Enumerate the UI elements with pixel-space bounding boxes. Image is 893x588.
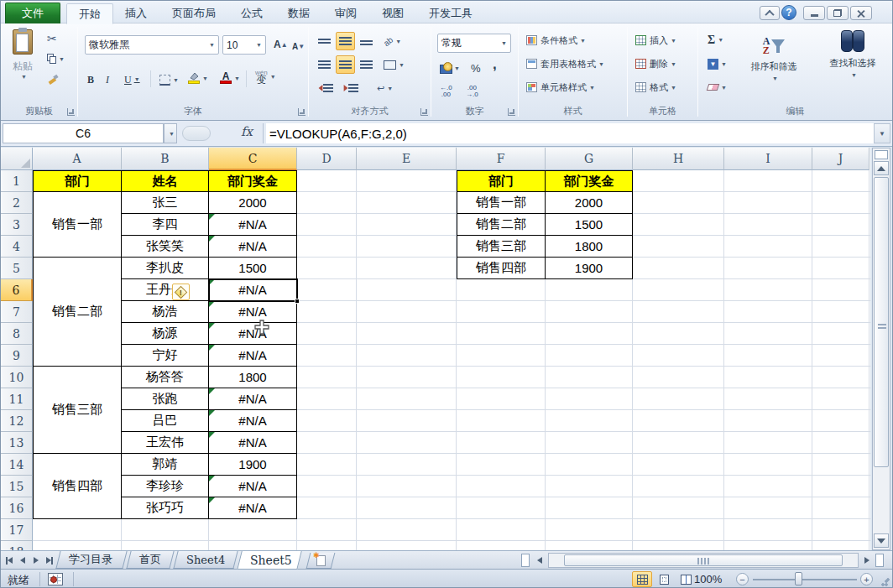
minimize-button[interactable] [803, 6, 825, 20]
font-name-combo[interactable]: 微软雅黑▼ [85, 35, 219, 55]
next-sheet-button[interactable] [29, 554, 42, 567]
row-header-11[interactable]: 11 [1, 388, 33, 410]
bonus-cell[interactable]: #N/A [209, 214, 297, 236]
copy-button[interactable]: ▼ [44, 49, 67, 68]
column-header-E[interactable]: E [357, 148, 457, 170]
name-cell[interactable]: 张笑笑 [122, 236, 209, 258]
row-header-17[interactable]: 17 [1, 519, 33, 541]
align-middle-button[interactable] [336, 32, 355, 50]
row-header-9[interactable]: 9 [1, 345, 33, 367]
font-size-combo[interactable]: 10▼ [222, 35, 266, 55]
shrink-font-button[interactable]: A▼ [290, 37, 307, 55]
bonus-cell[interactable]: #N/A [209, 476, 297, 497]
macro-record-icon[interactable] [48, 573, 63, 585]
horizontal-scroll-thumb[interactable] [564, 554, 843, 566]
name-cell[interactable]: 杨源 [122, 323, 209, 345]
phonetic-guide-button[interactable]: wén 变 ▼ [253, 67, 279, 86]
font-dialog-launcher[interactable] [298, 108, 306, 116]
name-cell[interactable]: 王丹丹 [122, 279, 209, 301]
bold-button[interactable]: B [85, 70, 97, 89]
delete-cells-button[interactable]: 删除 ▼ [633, 55, 679, 73]
name-cell[interactable]: 王宏伟 [122, 432, 209, 454]
row-header-4[interactable]: 4 [1, 236, 33, 258]
first-sheet-button[interactable] [3, 554, 15, 567]
name-cell[interactable]: 张三 [122, 192, 209, 214]
row-header-13[interactable]: 13 [1, 432, 33, 454]
decrease-indent-button[interactable] [316, 79, 336, 97]
align-left-button[interactable] [316, 55, 333, 74]
column-header-A[interactable]: A [33, 148, 122, 170]
increase-decimal-button[interactable]: ←.0.00 [437, 82, 455, 101]
dept-cell[interactable]: 销售二部 [33, 258, 122, 367]
column-header-B[interactable]: B [122, 148, 209, 170]
page-break-view-button[interactable] [676, 571, 696, 587]
name-cell[interactable]: 李扒皮 [122, 258, 209, 279]
row-header-8[interactable]: 8 [1, 323, 33, 345]
find-select-button[interactable]: 查找和选择 ▼ [816, 28, 890, 78]
name-cell[interactable]: 吕巴 [122, 410, 209, 432]
horizontal-scrollbar[interactable] [548, 553, 859, 568]
vertical-scroll-thumb[interactable] [874, 177, 889, 467]
name-cell[interactable]: 李珍珍 [122, 476, 209, 497]
bonus-cell[interactable]: #N/A [209, 345, 297, 367]
formula-input[interactable]: =VLOOKUP(A6,F:G,2,0) [266, 123, 874, 143]
lookup-cell[interactable]: 销售二部 [457, 214, 546, 236]
bonus-cell[interactable]: #N/A [209, 236, 297, 258]
cells-area[interactable]: 部门姓名部门奖金销售一部张三2000李四#N/A张笑笑#N/A销售二部李扒皮15… [33, 170, 870, 550]
wrap-text-button[interactable]: ↩ ▼ [374, 79, 395, 97]
column-header-C[interactable]: C [209, 148, 297, 170]
insert-function-button[interactable]: fx [241, 124, 253, 139]
bonus-cell[interactable]: #N/A [209, 301, 297, 323]
h-split-box[interactable] [875, 554, 884, 567]
merge-center-button[interactable]: ▼ [381, 55, 407, 74]
align-bottom-button[interactable] [358, 34, 375, 52]
row-header-14[interactable]: 14 [1, 454, 33, 476]
close-button[interactable] [850, 6, 872, 20]
header-cell[interactable]: 姓名 [122, 170, 209, 192]
bonus-cell[interactable]: #N/A [209, 432, 297, 454]
comma-style-button[interactable]: , [490, 55, 499, 74]
zoom-in-button[interactable]: + [860, 573, 873, 585]
orientation-button[interactable]: ab ▼ [381, 32, 404, 50]
row-header-7[interactable]: 7 [1, 301, 33, 323]
ribbon-tab-审阅[interactable]: 审阅 [323, 3, 368, 23]
column-header-D[interactable]: D [297, 148, 357, 170]
cut-button[interactable]: ✂ [44, 29, 60, 48]
row-header-15[interactable]: 15 [1, 476, 33, 497]
lookup-cell[interactable]: 销售一部 [457, 192, 546, 214]
autosum-button[interactable]: Σ▼ [705, 31, 726, 49]
row-header-2[interactable]: 2 [1, 192, 33, 214]
dept-cell[interactable]: 销售四部 [33, 454, 122, 519]
row-header-16[interactable]: 16 [1, 497, 33, 519]
scroll-up-button[interactable] [874, 161, 889, 175]
tab-split-box[interactable] [521, 554, 530, 567]
increase-indent-button[interactable] [341, 79, 361, 97]
zoom-slider-handle[interactable] [795, 572, 802, 585]
column-header-G[interactable]: G [546, 148, 633, 170]
conditional-formatting-button[interactable]: 条件格式 ▼ [524, 31, 588, 49]
name-cell[interactable]: 宁好 [122, 345, 209, 367]
name-cell[interactable]: 张巧巧 [122, 497, 209, 519]
format-cells-button[interactable]: 格式 ▼ [633, 78, 679, 96]
underline-button[interactable]: U▼ [122, 70, 143, 89]
bonus-cell[interactable]: #N/A [209, 388, 297, 410]
lookup-cell[interactable]: 2000 [546, 192, 633, 214]
ribbon-tab-页面布局[interactable]: 页面布局 [160, 3, 227, 23]
scroll-down-button[interactable] [874, 533, 889, 548]
zoom-slider-track[interactable] [753, 579, 857, 580]
font-color-button[interactable]: A ▼ [217, 69, 243, 87]
grow-font-button[interactable]: A▲ [271, 35, 290, 54]
header-cell[interactable]: 部门 [33, 170, 122, 192]
row-header-1[interactable]: 1 [1, 170, 33, 192]
last-sheet-button[interactable] [43, 554, 55, 567]
align-center-button[interactable] [336, 55, 355, 74]
clipboard-dialog-launcher[interactable] [67, 108, 75, 116]
lookup-cell[interactable]: 1900 [546, 258, 633, 279]
ribbon-tab-公式[interactable]: 公式 [229, 3, 274, 23]
align-top-button[interactable] [316, 32, 333, 50]
row-header-6[interactable]: 6 [1, 279, 33, 301]
vertical-split-box[interactable] [875, 150, 888, 159]
zoom-level[interactable]: 100% [694, 573, 722, 585]
column-header-I[interactable]: I [724, 148, 812, 170]
ribbon-tab-插入[interactable]: 插入 [113, 3, 159, 23]
